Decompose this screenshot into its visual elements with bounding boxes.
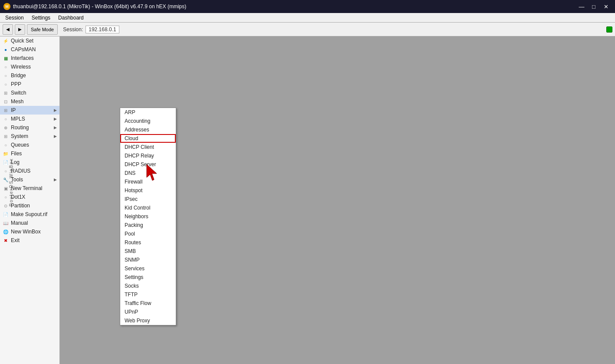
safe-mode-button[interactable]: Safe Mode [27, 24, 58, 35]
tools-icon: 🔧 [3, 177, 9, 183]
sidebar-item-new-winbox[interactable]: 🌐 New WinBox [0, 227, 59, 236]
ip-menu-socks[interactable]: Socks [120, 282, 176, 290]
toolbar: ◄ ► Safe Mode Session: 192.168.0.1 [0, 23, 615, 36]
new-winbox-icon: 🌐 [3, 229, 9, 235]
sidebar-label-queues: Queues [11, 142, 29, 148]
sidebar-item-switch[interactable]: ⊞ Switch [0, 89, 59, 97]
sidebar-label-routing: Routing [11, 125, 29, 131]
sidebar-item-routing[interactable]: ⊕ Routing ▶ [0, 123, 59, 132]
sidebar-label-exit: Exit [11, 237, 20, 243]
ip-menu-accounting[interactable]: Accounting [120, 117, 176, 125]
sidebar-label-interfaces: Interfaces [11, 55, 34, 61]
ip-menu-settings[interactable]: Settings [120, 273, 176, 282]
sidebar-label-wireless: Wireless [11, 64, 31, 70]
maximize-button[interactable]: □ [588, 2, 599, 11]
ip-menu-traffic-flow[interactable]: Traffic Flow [120, 299, 176, 308]
log-icon: 📄 [3, 159, 9, 165]
ip-menu-web-proxy[interactable]: Web Proxy [120, 316, 176, 325]
wireless-icon: ○ [3, 64, 9, 70]
mpls-arrow-icon: ▶ [54, 117, 57, 121]
sidebar-label-capsman: CAPsMAN [11, 46, 36, 52]
ip-menu-kid-control[interactable]: Kid Control [120, 203, 176, 212]
sidebar-item-partition[interactable]: ⊙ Partition [0, 201, 59, 210]
sidebar-item-radius[interactable]: ○ RADIUS [0, 167, 59, 175]
sidebar-item-new-terminal[interactable]: ▣ New Terminal [0, 184, 59, 193]
sidebar-item-bridge[interactable]: ○ Bridge [0, 71, 59, 80]
sidebar-label-new-terminal: New Terminal [11, 185, 42, 191]
ip-menu-dhcp-relay[interactable]: DHCP Relay [120, 151, 176, 160]
sidebar-item-wireless[interactable]: ○ Wireless [0, 62, 59, 71]
sidebar-item-mesh[interactable]: ⊡ Mesh [0, 97, 59, 106]
title-bar-controls: — □ ✕ [576, 2, 612, 11]
forward-button[interactable]: ► [15, 24, 25, 35]
routing-arrow-icon: ▶ [54, 125, 57, 130]
bridge-icon: ○ [3, 72, 9, 79]
menu-session[interactable]: Session [2, 14, 27, 22]
menu-dashboard[interactable]: Dashboard [55, 14, 87, 22]
ip-submenu: ARP Accounting Addresses Cloud DHCP Clie… [120, 108, 176, 325]
ppp-icon: ○ [3, 81, 9, 87]
ip-menu-hotspot[interactable]: Hotspot [120, 186, 176, 195]
partition-icon: ⊙ [3, 203, 9, 209]
routing-icon: ⊕ [3, 125, 9, 131]
window-title: thuanbui@192.168.0.1 (MikroTik) - WinBox… [13, 3, 186, 10]
quick-set-icon: ⚡ [3, 38, 9, 44]
sidebar-label-bridge: Bridge [11, 72, 26, 79]
menu-settings[interactable]: Settings [28, 14, 54, 22]
ip-menu-packing[interactable]: Packing [120, 221, 176, 230]
sidebar: ⚡ Quick Set ● CAPsMAN ▦ Interfaces ○ Wir… [0, 36, 60, 364]
sidebar-item-make-supout[interactable]: 📄 Make Supout.rif [0, 210, 59, 219]
ip-menu-pool[interactable]: Pool [120, 230, 176, 238]
sidebar-item-queues[interactable]: ○ Queues [0, 141, 59, 149]
sidebar-item-system[interactable]: ⊞ System ▶ [0, 132, 59, 141]
menu-bar: Session Settings Dashboard [0, 13, 615, 23]
sidebar-item-ppp[interactable]: ○ PPP [0, 80, 59, 89]
sidebar-item-capsman[interactable]: ● CAPsMAN [0, 45, 59, 54]
ip-menu-snmp[interactable]: SNMP [120, 256, 176, 264]
new-terminal-icon: ▣ [3, 185, 9, 191]
ip-menu-dhcp-client[interactable]: DHCP Client [120, 143, 176, 151]
files-icon: 📁 [3, 151, 9, 157]
ip-menu-cloud[interactable]: Cloud [120, 134, 176, 143]
session-label: Session: [63, 26, 83, 33]
session-value: 192.168.0.1 [86, 26, 119, 33]
svg-marker-0 [147, 164, 157, 180]
sidebar-label-quick-set: Quick Set [11, 38, 33, 44]
cursor-pointer [145, 162, 162, 185]
ip-menu-neighbors[interactable]: Neighbors [120, 212, 176, 221]
connection-status-led [606, 26, 612, 33]
sidebar-item-interfaces[interactable]: ▦ Interfaces [0, 54, 59, 62]
sidebar-item-log[interactable]: 📄 Log [0, 158, 59, 167]
capsman-icon: ● [3, 46, 9, 52]
app-icon: M [3, 3, 10, 10]
sidebar-label-make-supout: Make Supout.rif [11, 211, 47, 217]
minimize-button[interactable]: — [576, 2, 587, 11]
content-area: ARP Accounting Addresses Cloud DHCP Clie… [60, 36, 615, 364]
system-arrow-icon: ▶ [54, 134, 57, 138]
ip-menu-arp[interactable]: ARP [120, 108, 176, 117]
close-button[interactable]: ✕ [600, 2, 612, 11]
sidebar-label-log: Log [11, 159, 20, 165]
back-button[interactable]: ◄ [3, 24, 13, 35]
sidebar-item-dot1x[interactable]: ○ Dot1X [0, 193, 59, 201]
sidebar-item-tools[interactable]: 🔧 Tools ▶ [0, 175, 59, 184]
sidebar-label-ppp: PPP [11, 81, 21, 87]
sidebar-item-mpls[interactable]: ○ MPLS ▶ [0, 115, 59, 123]
ip-menu-routes[interactable]: Routes [120, 238, 176, 247]
sidebar-item-files[interactable]: 📁 Files [0, 149, 59, 158]
sidebar-item-ip[interactable]: ⊞ IP ▶ [0, 106, 59, 115]
title-bar-left: M thuanbui@192.168.0.1 (MikroTik) - WinB… [3, 3, 186, 10]
ip-menu-ipsec[interactable]: IPsec [120, 195, 176, 203]
ip-menu-tftp[interactable]: TFTP [120, 290, 176, 299]
sidebar-item-manual[interactable]: 📖 Manual [0, 219, 59, 227]
ip-menu-smb[interactable]: SMB [120, 247, 176, 256]
ip-menu-upnp[interactable]: UPnP [120, 308, 176, 316]
sidebar-item-quick-set[interactable]: ⚡ Quick Set [0, 36, 59, 45]
ip-menu-services[interactable]: Services [120, 264, 176, 273]
tools-arrow-icon: ▶ [54, 177, 57, 182]
sidebar-label-tools: Tools [11, 177, 23, 183]
ip-menu-addresses[interactable]: Addresses [120, 125, 176, 134]
interfaces-icon: ▦ [3, 55, 9, 61]
sidebar-item-exit[interactable]: ✖ Exit [0, 236, 59, 245]
sidebar-label-ip: IP [11, 107, 16, 113]
